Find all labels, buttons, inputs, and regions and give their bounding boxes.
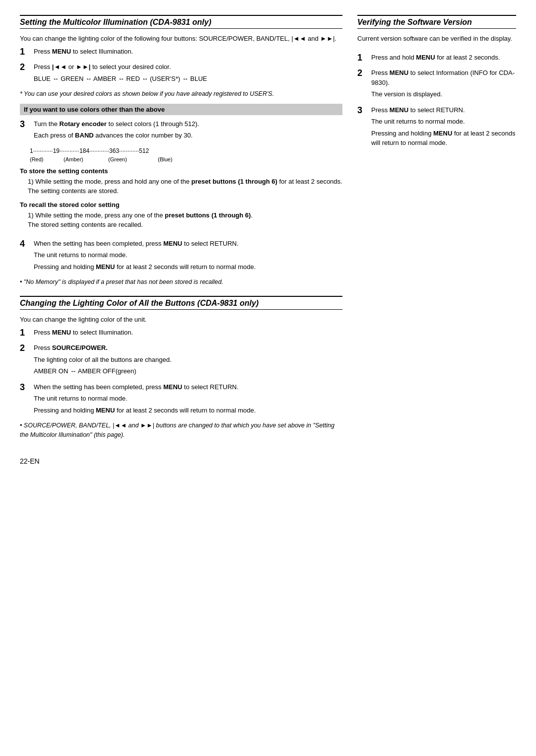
- verify-title: Verifying the Software Version: [357, 15, 516, 29]
- section-lighting: Changing the Lighting Color of All the B…: [20, 296, 342, 440]
- menu-bold-v1: MENU: [416, 54, 435, 61]
- recall-title: To recall the stored color setting: [20, 201, 342, 208]
- color-scale-text: 1············19············184··········…: [30, 147, 149, 154]
- sec2-step3-text: When the setting has been completed, pre…: [34, 382, 342, 392]
- step1-number: 1: [20, 47, 31, 58]
- sec2-step2-content: Press SOURCE/POWER. The lighting color o…: [34, 343, 342, 378]
- sec2-step2-row: 2 Press SOURCE/POWER. The lighting color…: [20, 343, 342, 378]
- section1-note: * You can use your desired colors as sho…: [20, 89, 342, 99]
- step2-content: Press |◄◄ or ►►| to select your desired …: [34, 62, 342, 85]
- menu-bold-6: MENU: [96, 407, 115, 414]
- section2-bullet-note: • SOURCE/POWER, BAND/TEL, |◄◄ and ►►| bu…: [20, 421, 342, 440]
- source-power-bold: SOURCE/POWER.: [52, 344, 108, 351]
- step4-row: 4 When the setting has been completed, p…: [20, 239, 342, 274]
- verify-step1-number: 1: [357, 53, 368, 64]
- label-amber: (Amber): [64, 156, 108, 162]
- step2-row: 2 Press |◄◄ or ►►| to select your desire…: [20, 62, 342, 85]
- menu-bold-v4: MENU: [433, 130, 452, 137]
- step3-number: 3: [20, 119, 31, 130]
- store-title: To store the setting contents: [20, 167, 342, 175]
- verify-step1-row: 1 Press and hold MENU for at least 2 sec…: [357, 53, 516, 65]
- verify-step2-text: Press MENU to select Information (INFO f…: [371, 68, 516, 87]
- step2-text: Press |◄◄ or ►►| to select your desired …: [34, 62, 342, 72]
- sec2-step3-content: When the setting has been completed, pre…: [34, 382, 342, 417]
- menu-bold-v3: MENU: [390, 106, 408, 114]
- step1-content: Press MENU to select Illumination.: [34, 47, 342, 59]
- verify-step2-number: 2: [357, 68, 368, 79]
- sec2-step2-number: 2: [20, 343, 31, 354]
- bullet-note-text: SOURCE/POWER, BAND/TEL, |◄◄ and ►►| butt…: [20, 422, 335, 438]
- sec2-step2-detail1: The lighting color of all the buttons ar…: [34, 355, 342, 365]
- menu-bold-3: MENU: [96, 263, 115, 271]
- colors-box: If you want to use colors other than the…: [20, 104, 342, 115]
- menu-bold-5: MENU: [163, 383, 182, 391]
- verify-step3-number: 3: [357, 105, 368, 116]
- step2-number: 2: [20, 62, 31, 73]
- menu-bold-4: MENU: [52, 329, 71, 336]
- verify-step3-row: 3 Press MENU to select RETURN. The unit …: [357, 105, 516, 150]
- label-blue: (Blue): [158, 156, 172, 162]
- label-green: (Green): [108, 156, 158, 162]
- sec2-step1-text: Press MENU to select Illumination.: [34, 328, 342, 338]
- store-step: 1) While setting the mode, press and hol…: [28, 177, 342, 196]
- preset-bold-2: preset buttons (1 through 6): [165, 211, 251, 219]
- rotary-bold: Rotary encoder: [60, 120, 107, 128]
- verify-intro: Current version software can be verified…: [357, 34, 516, 44]
- menu-bold-1: MENU: [52, 48, 71, 55]
- step2-detail: BLUE ↔ GREEN ↔ AMBER ↔ RED ↔ (USER'S*) ↔…: [34, 74, 342, 84]
- menu-bold-2: MENU: [163, 240, 182, 247]
- verify-step3-text: Press MENU to select RETURN.: [371, 105, 516, 115]
- page-num-text: 22: [20, 457, 28, 465]
- page-number: 22-EN: [20, 455, 342, 466]
- sec2-step1-number: 1: [20, 328, 31, 339]
- step1-row: 1 Press MENU to select Illumination.: [20, 47, 342, 59]
- step4-content: When the setting has been completed, pre…: [34, 239, 342, 274]
- step3-row: 3 Turn the Rotary encoder to select colo…: [20, 119, 342, 142]
- verify-step2-detail: The version is displayed.: [371, 89, 516, 99]
- step3-content: Turn the Rotary encoder to select colors…: [34, 119, 342, 142]
- verify-step1-text: Press and hold MENU for at least 2 secon…: [371, 53, 516, 63]
- verify-step3-detail1: The unit returns to normal mode.: [371, 117, 516, 127]
- sec2-step1-content: Press MENU to select Illumination.: [34, 328, 342, 340]
- section2-intro: You can change the lighting color of the…: [20, 315, 342, 325]
- verify-step3-content: Press MENU to select RETURN. The unit re…: [371, 105, 516, 150]
- verify-step2-content: Press MENU to select Information (INFO f…: [371, 68, 516, 101]
- color-scale: 1············19············184··········…: [30, 147, 342, 154]
- sec2-step3-detail2: Pressing and holding MENU for at least 2…: [34, 406, 342, 415]
- step3-text: Turn the Rotary encoder to select colors…: [34, 119, 342, 129]
- band-bold: BAND: [75, 132, 94, 139]
- preset-bold-1: preset buttons (1 through 6): [192, 178, 277, 185]
- step3-detail: Each press of BAND advances the color nu…: [34, 131, 342, 140]
- prev-bold: |◄◄: [52, 63, 67, 70]
- menu-bold-v2: MENU: [390, 69, 408, 76]
- sec2-step2-text: Press SOURCE/POWER.: [34, 343, 342, 353]
- verify-step2-row: 2 Press MENU to select Information (INFO…: [357, 68, 516, 101]
- step4-detail2: Pressing and holding MENU for at least 2…: [34, 262, 342, 272]
- step4-text: When the setting has been completed, pre…: [34, 239, 342, 249]
- section2-title: Changing the Lighting Color of All the B…: [20, 296, 342, 310]
- color-labels: (Red) (Amber) (Green) (Blue): [30, 156, 342, 162]
- section-multicolor: Setting the Multicolor Illumination (CDA…: [20, 15, 342, 287]
- sec2-step3-row: 3 When the setting has been completed, p…: [20, 382, 342, 417]
- step4-detail1: The unit returns to normal mode.: [34, 250, 342, 260]
- section1-intro: You can change the lighting color of the…: [20, 34, 342, 44]
- label-red: (Red): [30, 156, 64, 162]
- sec2-step2-detail2: AMBER ON ↔ AMBER OFF(green): [34, 366, 342, 376]
- sec2-step3-number: 3: [20, 382, 31, 393]
- section1-title: Setting the Multicolor Illumination (CDA…: [20, 15, 342, 29]
- left-column: Setting the Multicolor Illumination (CDA…: [20, 15, 342, 466]
- sec2-step1-row: 1 Press MENU to select Illumination.: [20, 328, 342, 340]
- right-column: Verifying the Software Version Current v…: [357, 15, 516, 466]
- step1-text: Press MENU to select Illumination.: [34, 47, 342, 57]
- sec2-step3-detail1: The unit returns to normal mode.: [34, 394, 342, 404]
- section1-bullet-note: • "No Memory" is displayed if a preset t…: [20, 277, 342, 287]
- verify-step1-content: Press and hold MENU for at least 2 secon…: [371, 53, 516, 65]
- step4-number: 4: [20, 239, 31, 250]
- recall-step: 1) While setting the mode, press any one…: [28, 210, 342, 230]
- verify-step3-detail2: Pressing and holding MENU for at least 2…: [371, 129, 516, 148]
- next-bold: ►►|: [76, 63, 90, 70]
- section-verify: Verifying the Software Version Current v…: [357, 15, 516, 150]
- page-suffix: -EN: [28, 457, 40, 465]
